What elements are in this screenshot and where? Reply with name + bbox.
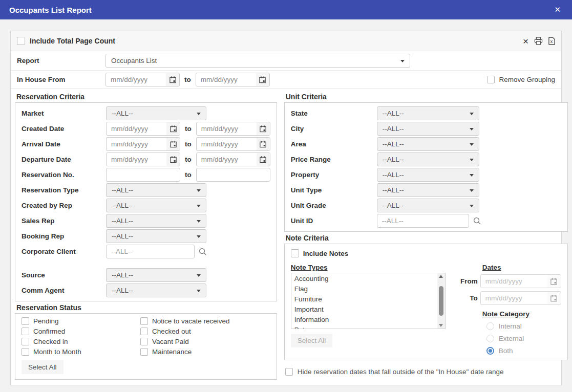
report-dropdown[interactable]: Occupants List [105, 54, 410, 68]
calendar-icon[interactable] [257, 122, 270, 135]
calendar-icon[interactable] [257, 138, 270, 150]
scrollbar[interactable] [437, 273, 445, 329]
departure-date-from-input[interactable] [107, 153, 166, 166]
reservation-no-row: Reservation No. to [15, 167, 277, 182]
note-types-listbox[interactable]: Accounting Flag Furniture Important Info… [291, 273, 446, 329]
market-dropdown[interactable]: --ALL-- [106, 106, 206, 120]
note-type-item[interactable]: Flag [294, 284, 437, 294]
departure-date-to[interactable] [196, 153, 270, 166]
note-type-item[interactable]: Information [294, 315, 437, 325]
city-dropdown[interactable]: --ALL-- [377, 122, 479, 136]
calendar-icon[interactable] [256, 73, 269, 86]
checkbox-month-to-month[interactable] [22, 348, 29, 356]
in-house-from-input[interactable] [106, 73, 166, 86]
status-item: Notice to vacate received [140, 317, 270, 325]
note-type-item[interactable]: Important [294, 304, 437, 315]
dialog-close-icon[interactable]: ✕ [552, 4, 563, 15]
property-dropdown[interactable]: --ALL-- [377, 168, 479, 182]
calendar-icon[interactable] [257, 153, 270, 166]
reservation-type-label: Reservation Type [22, 186, 106, 194]
area-dropdown[interactable]: --ALL-- [377, 137, 479, 151]
arrival-date-row: Arrival Date to [15, 136, 277, 151]
in-house-to-input[interactable] [196, 73, 256, 86]
created-date-to[interactable] [196, 122, 270, 136]
created-date-from[interactable] [106, 122, 180, 136]
include-notes-checkbox[interactable] [291, 249, 299, 257]
note-date-from-input[interactable] [481, 275, 547, 288]
corporate-client-input[interactable] [106, 245, 195, 258]
clear-icon[interactable]: × [523, 36, 528, 46]
reservation-type-dropdown[interactable]: --ALL-- [106, 183, 206, 197]
reservation-no-from-input[interactable] [106, 168, 180, 182]
unit-grade-dropdown[interactable]: --ALL-- [377, 199, 479, 212]
scroll-down-icon[interactable] [439, 324, 443, 327]
radio-both[interactable] [486, 347, 494, 355]
reservation-criteria-title: Reservation Criteria [15, 91, 277, 102]
checkbox-confirmed[interactable] [22, 328, 29, 335]
note-date-to-input[interactable] [481, 292, 547, 304]
in-house-to-date[interactable] [196, 73, 270, 86]
excel-export-icon[interactable]: x [548, 37, 555, 45]
created-by-rep-dropdown[interactable]: --ALL-- [106, 199, 206, 212]
checkbox-checked-out[interactable] [140, 328, 148, 335]
include-total-page-count-checkbox[interactable] [17, 37, 25, 45]
remove-grouping-checkbox[interactable] [487, 76, 495, 83]
status-select-all-button[interactable]: Select All [22, 360, 63, 374]
status-item: Pending [22, 317, 140, 325]
calendar-icon[interactable] [547, 275, 561, 288]
comm-agent-dropdown[interactable]: --ALL-- [106, 284, 206, 297]
booking-rep-dropdown[interactable]: --ALL-- [106, 229, 206, 243]
reservation-no-to-input[interactable] [196, 168, 270, 182]
departure-date-to-input[interactable] [197, 153, 257, 166]
created-date-from-input[interactable] [107, 122, 166, 135]
checkbox-checked-in[interactable] [22, 338, 29, 345]
in-house-from-date[interactable] [105, 73, 180, 86]
unit-type-dropdown[interactable]: --ALL-- [377, 183, 479, 197]
note-select-all-button[interactable]: Select All [291, 334, 333, 347]
radio-external[interactable] [486, 335, 494, 342]
price-range-dropdown[interactable]: --ALL-- [377, 153, 479, 166]
source-dropdown[interactable]: --ALL-- [106, 268, 206, 282]
state-label: State [291, 110, 377, 117]
scrollbar-thumb[interactable] [439, 286, 443, 316]
reservation-status-title: Reservation Status [15, 301, 277, 313]
calendar-icon[interactable] [166, 138, 180, 150]
search-icon[interactable] [473, 216, 481, 225]
created-date-to-input[interactable] [197, 122, 257, 135]
checkbox-maintenance[interactable] [140, 348, 148, 356]
checkbox-pending[interactable] [22, 317, 29, 325]
unit-id-input[interactable] [377, 214, 469, 228]
hide-reservation-dates-checkbox[interactable] [285, 368, 293, 376]
note-type-item[interactable]: Pet [294, 325, 437, 329]
note-date-from[interactable] [480, 274, 561, 288]
search-icon[interactable] [198, 247, 207, 256]
note-date-to[interactable] [480, 291, 561, 305]
comm-agent-value: --ALL-- [112, 287, 133, 294]
departure-date-from[interactable] [106, 153, 180, 166]
report-row: Report Occupants List [11, 51, 561, 71]
sales-rep-dropdown[interactable]: --ALL-- [106, 214, 206, 228]
checkbox-vacant-paid[interactable] [140, 338, 148, 345]
arrival-date-from[interactable] [106, 137, 180, 151]
calendar-icon[interactable] [166, 153, 180, 166]
radio-internal[interactable] [486, 322, 494, 330]
corporate-client-label: Corporate Client [22, 248, 106, 255]
booking-rep-label: Booking Rep [22, 232, 106, 240]
arrival-date-to-input[interactable] [197, 138, 257, 150]
state-dropdown[interactable]: --ALL-- [377, 106, 479, 120]
unit-criteria-title: Unit Criteria [284, 91, 568, 102]
status-item: Confirmed [22, 328, 140, 335]
unit-criteria-box: State --ALL-- City --ALL-- Area --ALL-- … [284, 102, 568, 232]
checkbox-notice-to-vacate[interactable] [140, 317, 148, 325]
arrival-date-to[interactable] [196, 137, 270, 151]
calendar-icon[interactable] [547, 292, 561, 304]
checkbox-maintenance-label: Maintenance [152, 348, 192, 356]
calendar-icon[interactable] [166, 73, 179, 86]
created-by-rep-label: Created by Rep [22, 202, 106, 209]
arrival-date-from-input[interactable] [107, 138, 166, 150]
scroll-up-icon[interactable] [439, 275, 443, 278]
printer-icon[interactable] [534, 37, 543, 45]
calendar-icon[interactable] [166, 122, 180, 135]
note-type-item[interactable]: Accounting [294, 274, 437, 284]
note-type-item[interactable]: Furniture [294, 294, 437, 304]
